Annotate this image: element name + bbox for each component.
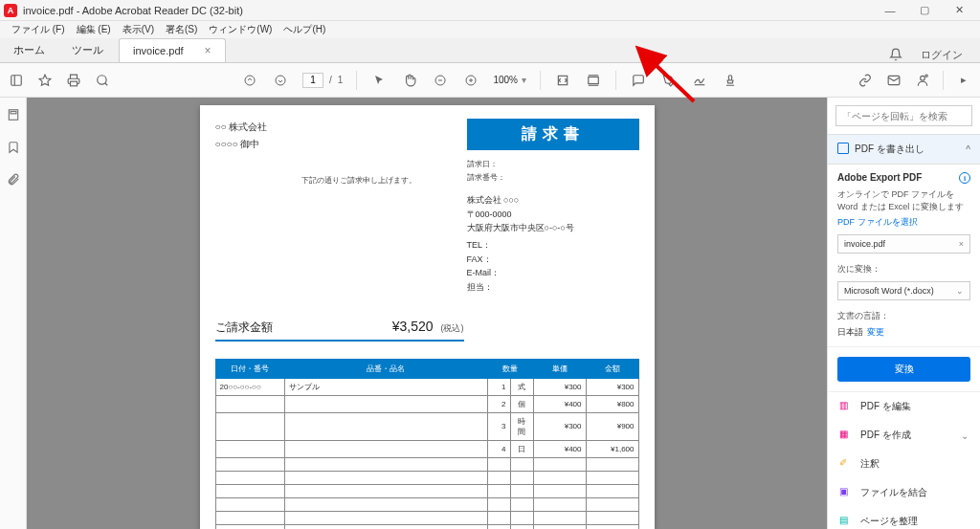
table-row: 2個¥400¥800 bbox=[215, 395, 638, 412]
share-people-icon[interactable] bbox=[914, 72, 931, 89]
titlebar: A invoice.pdf - Adobe Acrobat Reader DC … bbox=[0, 0, 980, 21]
adobe-export-title: Adobe Export PDF bbox=[837, 172, 922, 183]
login-link[interactable]: ログイン bbox=[917, 48, 967, 62]
fit-width-icon[interactable] bbox=[554, 72, 571, 89]
person-label: 担当： bbox=[467, 280, 639, 294]
collapse-panel-icon[interactable]: ▸ bbox=[955, 72, 972, 89]
organize-icon: ▤ bbox=[839, 515, 853, 528]
export-pdf-section[interactable]: PDF を書き出し ^ bbox=[828, 134, 980, 165]
minimize-button[interactable]: — bbox=[873, 0, 907, 21]
page-up-icon[interactable] bbox=[241, 72, 258, 89]
convert-button[interactable]: 変換 bbox=[837, 357, 970, 382]
tab-home[interactable]: ホーム bbox=[0, 38, 58, 62]
fit-page-icon[interactable] bbox=[585, 72, 602, 89]
chevron-down-icon: ⌄ bbox=[961, 430, 969, 441]
tab-close-icon[interactable]: × bbox=[205, 44, 212, 57]
table-row bbox=[215, 471, 638, 484]
invoice-note: 下記の通りご請求申し上げます。 bbox=[301, 174, 416, 187]
from-company: 株式会社 ○○○ bbox=[467, 193, 639, 207]
info-icon[interactable]: i bbox=[959, 172, 970, 184]
menu-help[interactable]: ヘルプ(H) bbox=[278, 21, 331, 38]
tab-document[interactable]: invoice.pdf × bbox=[119, 38, 226, 62]
tab-tools[interactable]: ツール bbox=[58, 38, 117, 62]
svg-rect-3 bbox=[71, 81, 78, 86]
svg-rect-0 bbox=[11, 75, 22, 85]
create-pdf-icon: ▦ bbox=[839, 429, 853, 442]
invoice-to-dept: ○○○○ 御中 bbox=[215, 136, 416, 153]
svg-point-4 bbox=[98, 75, 106, 83]
edit-pdf-icon: ▥ bbox=[839, 400, 853, 413]
tool-create-pdf[interactable]: ▦PDF を作成⌄ bbox=[828, 421, 980, 450]
close-button[interactable]: ✕ bbox=[942, 0, 976, 21]
table-row bbox=[215, 457, 638, 471]
tools-search-input[interactable] bbox=[835, 105, 972, 126]
invoice-date-label: 請求日： bbox=[467, 158, 639, 171]
hand-icon[interactable] bbox=[401, 72, 418, 89]
export-description: オンラインで PDF ファイルを Word または Excel に変換します bbox=[837, 188, 970, 212]
menu-file[interactable]: ファイル (F) bbox=[6, 21, 71, 38]
page-input[interactable] bbox=[302, 73, 323, 88]
pointer-icon[interactable] bbox=[370, 72, 388, 89]
mail-icon[interactable] bbox=[885, 72, 902, 89]
menu-view[interactable]: 表示(V) bbox=[117, 21, 160, 38]
menu-edit[interactable]: 編集 (E) bbox=[71, 21, 117, 38]
stamp-icon[interactable] bbox=[722, 72, 739, 89]
menu-window[interactable]: ウィンドウ(W) bbox=[203, 21, 278, 38]
svg-point-6 bbox=[245, 76, 255, 85]
from-zip: 〒000-0000 bbox=[467, 208, 639, 221]
convert-to-label: 次に変換： bbox=[837, 263, 970, 276]
thumbnails-icon[interactable] bbox=[6, 107, 21, 122]
table-row: 20○○-○○-○○サンプル1式¥300¥300 bbox=[215, 378, 638, 395]
format-select[interactable]: Microsoft Word (*.docx) ⌄ bbox=[837, 281, 970, 300]
svg-rect-24 bbox=[11, 112, 16, 114]
bell-icon[interactable] bbox=[888, 47, 903, 62]
menu-sign[interactable]: 署名(S) bbox=[160, 21, 203, 38]
svg-point-7 bbox=[276, 76, 285, 85]
tool-combine[interactable]: ▣ファイルを結合 bbox=[828, 478, 980, 507]
svg-point-19 bbox=[921, 76, 925, 80]
email-label: E-Mail： bbox=[467, 266, 639, 279]
change-lang-link[interactable]: 変更 bbox=[867, 327, 884, 337]
sign-icon[interactable] bbox=[691, 72, 708, 89]
sidebar-toggle-icon[interactable] bbox=[8, 72, 25, 89]
menubar: ファイル (F) 編集 (E) 表示(V) 署名(S) ウィンドウ(W) ヘルプ… bbox=[0, 21, 980, 38]
print-icon[interactable] bbox=[65, 72, 82, 89]
zoom-in-icon[interactable] bbox=[462, 72, 479, 89]
comment-icon[interactable] bbox=[630, 72, 647, 89]
bookmark-icon[interactable] bbox=[6, 140, 21, 155]
lang-label: 文書の言語： bbox=[837, 310, 970, 322]
table-row bbox=[215, 511, 638, 524]
tool-organize[interactable]: ▤ページを整理 bbox=[828, 507, 980, 529]
export-pdf-icon bbox=[837, 143, 849, 156]
invoice-no-label: 請求番号： bbox=[467, 171, 639, 185]
fax-label: FAX： bbox=[467, 253, 639, 266]
document-viewport[interactable]: ○○ 株式会社 ○○○○ 御中 下記の通りご請求申し上げます。 請求書 請求日：… bbox=[27, 98, 827, 529]
star-icon[interactable] bbox=[36, 72, 54, 89]
svg-marker-2 bbox=[39, 75, 51, 85]
svg-point-20 bbox=[925, 75, 927, 77]
maximize-button[interactable]: ▢ bbox=[907, 0, 942, 21]
page-down-icon[interactable] bbox=[272, 72, 289, 89]
tool-edit-pdf[interactable]: ▥PDF を編集 bbox=[828, 392, 980, 421]
invoice-amount: ご請求金額 ¥3,520 (税込) bbox=[215, 319, 464, 342]
share-link-icon[interactable] bbox=[857, 72, 874, 89]
app-logo-icon: A bbox=[4, 4, 17, 17]
search-icon[interactable] bbox=[94, 72, 111, 89]
combine-icon: ▣ bbox=[839, 486, 853, 499]
zoom-out-icon[interactable] bbox=[432, 72, 449, 89]
current-file-select[interactable]: invoice.pdf × bbox=[837, 234, 970, 253]
select-file-link[interactable]: PDF ファイルを選択 bbox=[837, 216, 970, 229]
table-row bbox=[215, 524, 638, 529]
clear-file-icon[interactable]: × bbox=[959, 239, 964, 249]
table-row: 3時間¥300¥900 bbox=[215, 412, 638, 440]
from-addr: 大阪府大阪市中央区○-○-○号 bbox=[467, 221, 639, 234]
page-total: 1 bbox=[338, 75, 344, 85]
svg-line-5 bbox=[105, 82, 108, 85]
highlight-icon[interactable] bbox=[660, 72, 678, 89]
right-panel: PDF を書き出し ^ Adobe Export PDFi オンラインで PDF… bbox=[827, 98, 980, 529]
zoom-select[interactable]: 100%▾ bbox=[493, 75, 526, 85]
table-row bbox=[215, 484, 638, 497]
tool-comment[interactable]: ✐注釈 bbox=[828, 450, 980, 478]
tab-document-label: invoice.pdf bbox=[133, 45, 184, 56]
attachment-icon[interactable] bbox=[6, 172, 21, 187]
